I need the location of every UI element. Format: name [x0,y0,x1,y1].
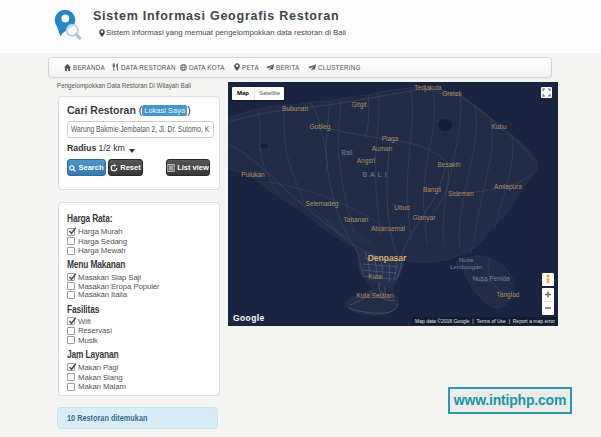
svg-text:Nusa Penida: Nusa Penida [472,275,510,282]
svg-text:Gianyar: Gianyar [413,214,437,222]
svg-text:Nusa: Nusa [459,257,474,263]
svg-text:Amlapura: Amlapura [494,183,522,191]
svg-text:Besakih: Besakih [437,161,461,168]
svg-text:Kuta Selatan: Kuta Selatan [356,292,394,299]
svg-text:Lembongan: Lembongan [450,264,482,270]
svg-text:Tanglad: Tanglad [497,291,520,299]
svg-text:Bubunan: Bubunan [282,105,308,112]
svg-text:Kuta: Kuta [368,273,382,280]
svg-text:Ubud: Ubud [394,204,410,211]
svg-text:Gitgit: Gitgit [351,101,366,109]
svg-text:Kubu: Kubu [491,123,507,130]
svg-text:Sideman: Sideman [448,190,474,197]
svg-text:Bangli: Bangli [423,186,441,194]
svg-text:Denpasar: Denpasar [368,253,407,263]
svg-text:Auman: Auman [372,145,393,152]
svg-text:Tabanan: Tabanan [344,216,369,223]
svg-text:Gobleg: Gobleg [310,123,331,131]
svg-text:BALI: BALI [362,171,389,178]
svg-text:Bali: Bali [342,149,353,156]
svg-text:Selemadeg: Selemadeg [306,200,339,208]
svg-text:Abiansemal: Abiansemal [371,225,406,232]
svg-text:Plaga: Plaga [382,135,399,143]
svg-text:Gretek: Gretek [442,90,462,97]
svg-text:Pulukan: Pulukan [241,171,265,178]
svg-text:Angsri: Angsri [357,157,375,165]
svg-text:Tedjakula: Tedjakula [414,84,442,92]
